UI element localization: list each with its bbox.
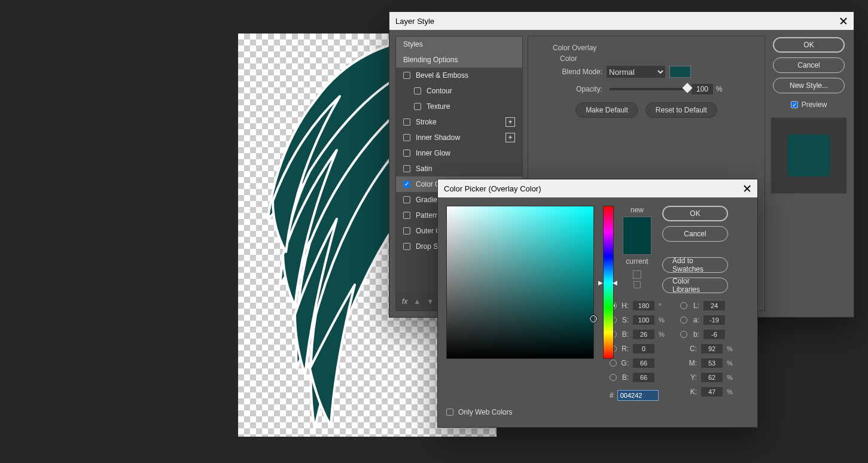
b-input[interactable] bbox=[632, 329, 655, 340]
b-radio[interactable] bbox=[610, 374, 617, 381]
checkbox-icon[interactable] bbox=[403, 134, 410, 141]
y-input[interactable] bbox=[701, 372, 723, 383]
new-current-swatch[interactable] bbox=[623, 217, 651, 255]
l-radio[interactable] bbox=[680, 302, 687, 309]
texture-item[interactable]: Texture bbox=[396, 99, 522, 114]
checkbox-icon[interactable] bbox=[414, 87, 421, 95]
preview-label[interactable]: Preview bbox=[802, 100, 827, 109]
cancel-button[interactable]: Cancel bbox=[662, 226, 728, 242]
hue-arrow-right-icon: ◀ bbox=[613, 279, 617, 286]
stroke-item[interactable]: Stroke+ bbox=[396, 114, 522, 130]
layer-style-titlebar[interactable]: Layer Style bbox=[389, 12, 854, 30]
reset-default-button[interactable]: Reset to Default bbox=[645, 102, 717, 118]
m-input[interactable] bbox=[701, 358, 723, 368]
new-label: new bbox=[631, 206, 644, 214]
saturation-value-field[interactable] bbox=[446, 206, 594, 359]
opacity-input[interactable] bbox=[691, 83, 714, 95]
opacity-slider[interactable] bbox=[610, 88, 687, 90]
add-effect-icon[interactable]: + bbox=[505, 117, 515, 127]
g-radio[interactable] bbox=[610, 360, 617, 367]
layer-style-right-panel: OK Cancel New Style... ✓ Preview bbox=[770, 36, 848, 311]
opacity-label: Opacity: bbox=[537, 85, 606, 93]
preview-box bbox=[770, 117, 847, 194]
preview-swatch bbox=[788, 135, 830, 176]
a-input[interactable] bbox=[703, 315, 726, 325]
hex-input[interactable] bbox=[617, 390, 659, 401]
section-title: Color Overlay bbox=[553, 44, 756, 52]
checkbox-icon[interactable] bbox=[403, 212, 410, 219]
overlay-color-swatch[interactable] bbox=[669, 66, 691, 78]
fx-icon[interactable]: fx bbox=[402, 297, 407, 306]
bevel-emboss-item[interactable]: Bevel & Emboss bbox=[396, 68, 522, 83]
checkbox-icon[interactable] bbox=[403, 165, 410, 172]
add-to-swatches-button[interactable]: Add to Swatches bbox=[662, 257, 728, 273]
color-libraries-button[interactable]: Color Libraries bbox=[662, 278, 728, 293]
new-style-button[interactable]: New Style... bbox=[773, 78, 845, 93]
checkbox-icon[interactable] bbox=[403, 227, 410, 234]
s-input[interactable] bbox=[632, 315, 655, 325]
r-input[interactable] bbox=[632, 343, 655, 354]
cube-icon[interactable] bbox=[633, 270, 641, 279]
ok-button[interactable]: OK bbox=[662, 206, 728, 221]
color-picker-titlebar[interactable]: Color Picker (Overlay Color) bbox=[438, 179, 757, 197]
b2-input[interactable] bbox=[632, 372, 655, 383]
a-radio[interactable] bbox=[680, 316, 687, 324]
hex-label: # bbox=[610, 391, 614, 400]
checkbox-icon[interactable] bbox=[414, 103, 421, 110]
hue-slider[interactable]: ▶ ◀ bbox=[603, 206, 614, 359]
lb-input[interactable] bbox=[703, 329, 726, 340]
section-subtitle: Color bbox=[560, 54, 756, 63]
opacity-unit: % bbox=[716, 85, 723, 93]
blending-options-item[interactable]: Blending Options bbox=[396, 52, 522, 68]
cancel-button[interactable]: Cancel bbox=[773, 57, 845, 73]
blend-mode-label: Blend Mode: bbox=[537, 68, 606, 76]
k-input[interactable] bbox=[701, 386, 723, 397]
layer-style-title: Layer Style bbox=[395, 17, 434, 26]
inner-glow-item[interactable]: Inner Glow bbox=[396, 145, 522, 161]
close-icon[interactable] bbox=[743, 184, 751, 193]
lb-radio[interactable] bbox=[680, 331, 687, 338]
color-picker-title: Color Picker (Overlay Color) bbox=[444, 184, 541, 193]
c-input[interactable] bbox=[701, 343, 723, 354]
color-picker-cursor-icon[interactable] bbox=[590, 315, 597, 322]
hue-arrow-left-icon: ▶ bbox=[598, 279, 603, 286]
h-input[interactable] bbox=[632, 300, 655, 311]
l-input[interactable] bbox=[703, 300, 726, 311]
web-safe-icon[interactable] bbox=[634, 281, 641, 288]
g-input[interactable] bbox=[632, 358, 655, 368]
only-web-colors-checkbox[interactable] bbox=[446, 409, 453, 416]
make-default-button[interactable]: Make Default bbox=[575, 102, 638, 118]
contour-item[interactable]: Contour bbox=[396, 83, 522, 99]
inner-shadow-item[interactable]: Inner Shadow+ bbox=[396, 130, 522, 145]
color-picker-dialog: Color Picker (Overlay Color) ▶ ◀ new cur… bbox=[437, 179, 758, 428]
checkbox-icon[interactable] bbox=[403, 150, 410, 157]
blend-mode-select[interactable]: Normal bbox=[606, 65, 666, 78]
checkbox-icon[interactable] bbox=[403, 181, 410, 188]
current-label: current bbox=[626, 257, 648, 266]
satin-item[interactable]: Satin bbox=[396, 161, 522, 176]
arrow-up-icon[interactable]: ▲ bbox=[413, 297, 421, 306]
checkbox-icon[interactable] bbox=[403, 118, 410, 126]
arrow-down-icon[interactable]: ▼ bbox=[427, 297, 434, 306]
color-picker-buttons: OK Cancel Add to Swatches Color Librarie… bbox=[662, 206, 736, 401]
only-web-colors-label: Only Web Colors bbox=[458, 408, 512, 416]
add-effect-icon[interactable]: + bbox=[505, 133, 515, 142]
styles-header[interactable]: Styles bbox=[396, 36, 522, 52]
checkbox-icon[interactable] bbox=[403, 196, 410, 203]
checkbox-icon[interactable] bbox=[403, 72, 410, 79]
ok-button[interactable]: OK bbox=[773, 37, 845, 53]
checkbox-icon[interactable] bbox=[403, 243, 410, 250]
close-icon[interactable] bbox=[839, 17, 848, 25]
